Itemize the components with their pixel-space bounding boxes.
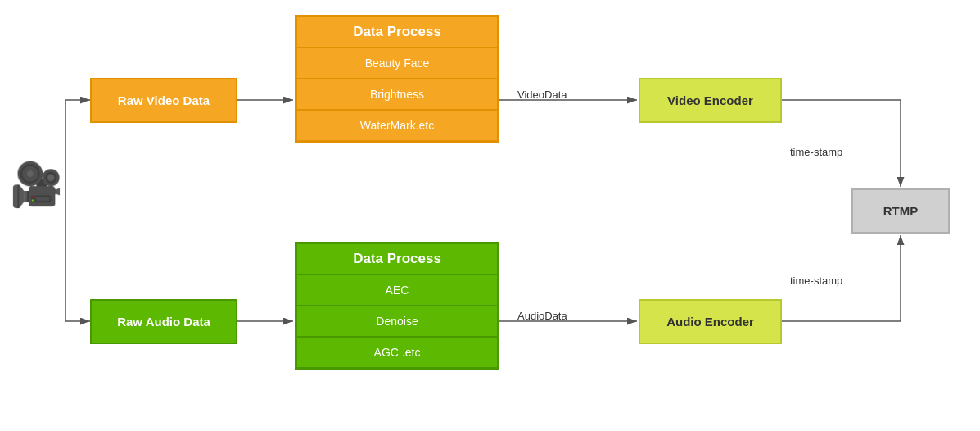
video-dp-header: Data Process [297, 17, 497, 47]
raw-audio-box: Raw Audio Data [90, 299, 237, 344]
audio-encoder-box: Audio Encoder [639, 299, 782, 344]
video-dp-row-1: Brightness [297, 78, 497, 109]
video-data-process: Data Process Beauty Face Brightness Wate… [295, 15, 499, 143]
timestamp2-label: time-stamp [790, 274, 842, 287]
audio-dp-row-0: AEC [297, 274, 497, 305]
audio-data-label: AudioData [517, 310, 567, 322]
diagram: 🎥 Raw Video Data Data Process Beauty Fac… [0, 0, 980, 431]
audio-dp-row-2: AGC .etc [297, 336, 497, 367]
rtmp-box: RTMP [851, 188, 950, 234]
video-data-label: VideoData [517, 88, 567, 101]
audio-data-process: Data Process AEC Denoise AGC .etc [295, 242, 499, 370]
camera-icon: 🎥 [10, 160, 63, 210]
audio-dp-row-1: Denoise [297, 305, 497, 336]
timestamp1-label: time-stamp [790, 146, 842, 158]
raw-video-box: Raw Video Data [90, 78, 237, 123]
video-dp-row-0: Beauty Face [297, 47, 497, 78]
audio-dp-header: Data Process [297, 244, 497, 274]
video-dp-row-2: WaterMark.etc [297, 109, 497, 140]
video-encoder-box: Video Encoder [639, 78, 782, 123]
